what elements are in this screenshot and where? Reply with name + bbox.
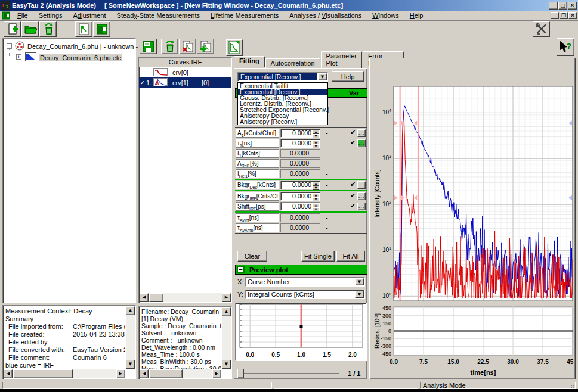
preview-x-select[interactable]: Curve Number ▼ [245,277,365,287]
param-fit-checkbox[interactable]: ✔ [350,202,356,210]
spinner-up-icon[interactable]: ▲ [313,140,319,144]
fit-all-button[interactable]: Fit All [336,251,365,262]
menu-item-adjustment[interactable]: Adjustment [68,11,112,20]
param-more-button[interactable]: ... [357,181,366,189]
curve-row-0[interactable]: crv[0] [139,67,231,77]
param-value-input[interactable]: 0.0000▲▼ [280,192,320,201]
fit-single-button[interactable]: Fit Single [301,251,335,262]
spinner-down-icon[interactable]: ▼ [313,207,319,211]
context-vscrollbar[interactable]: ▲ ▼ [126,306,135,369]
param-fit-checkbox[interactable]: ✔ [350,192,356,200]
tools-button[interactable] [533,21,550,37]
tree-child-expander[interactable]: + [16,54,21,60]
scroll-thumb[interactable] [13,369,73,378]
app-icon[interactable]: Eτ [1,1,10,10]
tree-root-expander[interactable]: - [7,43,12,49]
scroll-up-icon[interactable]: ▲ [126,306,135,315]
param-more-button[interactable]: ... [357,192,366,200]
scroll-right-icon[interactable]: ▶ [116,369,125,378]
spinner-up-icon[interactable]: ▲ [313,182,319,186]
new-document-button[interactable] [4,21,21,37]
menu-item-file[interactable]: File [12,11,33,20]
menu-item-lifetime-measurements[interactable]: Lifetime Measurements [205,11,284,20]
tree-root-label[interactable]: Decay_Coumarin_6.phu | - unknown - [27,43,138,50]
delete-button[interactable] [39,21,57,37]
dropdown-option[interactable]: Anisotropy [Reconv.] [238,119,327,125]
child-close-button[interactable]: ✕ [568,12,577,19]
param-more-button[interactable]: ... [357,129,366,137]
spinner-up-icon[interactable]: ▲ [313,193,319,197]
scroll-up-icon[interactable]: ▲ [222,307,231,316]
spinner-down-icon[interactable]: ▼ [313,134,319,138]
curve-row-1[interactable]: ✔1.crv[1][0] [139,77,231,88]
param-more-button[interactable]: ... [357,139,366,147]
tab-parameter-plot[interactable]: Parameter Plot [321,51,362,69]
curve-pager-track[interactable] [237,373,339,374]
scroll-left-icon[interactable]: ◀ [4,369,13,378]
fit-model-select[interactable]: Exponential [Reconv.] ▼ [237,72,328,82]
menu-item-steady-state-measurements[interactable]: Steady-State Measurements [112,11,205,20]
curves-hscrollbar[interactable]: ◀ ▶ [140,293,231,302]
param-fit-checkbox[interactable]: ✔ [350,129,356,136]
preview-data-point[interactable] [300,325,303,328]
scroll-left-icon[interactable]: ◀ [140,293,149,302]
maximize-button[interactable]: □ [558,2,567,10]
menu-item-settings[interactable]: Settings [33,11,68,20]
spinner-up-icon[interactable]: ▲ [313,203,319,207]
tab-autocorrelation[interactable]: Autocorrelation [265,58,320,69]
help-button[interactable]: Help [332,71,364,82]
param-spinner[interactable]: ▲▼ [313,193,319,200]
easytau-window-button[interactable] [93,21,110,37]
collapse-icon[interactable]: – [237,266,245,273]
remove-assignment-button[interactable] [179,39,196,54]
save-curve-button[interactable] [140,39,157,54]
scroll-down-icon[interactable]: ▼ [126,360,135,369]
param-spinner[interactable]: ▲▼ [313,182,319,188]
param-value-input[interactable]: 0.0000▲▼ [280,129,320,138]
minimize-button[interactable]: _ [549,2,558,10]
info-hscrollbar[interactable]: ◀ ▶ [140,369,221,378]
spinner-up-icon[interactable]: ▲ [313,130,319,134]
param-fit-checkbox[interactable]: ✔ [350,139,356,147]
param-more-button[interactable]: ... [357,203,366,210]
open-workspace-button[interactable] [21,21,39,37]
delete-curve-button[interactable] [161,39,178,54]
new-analysis-window-button[interactable] [75,21,92,37]
combo-dropdown-icon[interactable]: ▼ [355,291,364,298]
menu-item-windows[interactable]: Windows [367,11,404,20]
combo-dropdown-icon[interactable]: ▼ [355,278,364,285]
child-minimize-button[interactable]: _ [551,12,559,19]
spinner-down-icon[interactable]: ▼ [313,144,319,148]
param-value-input[interactable]: 0.0000▲▼ [280,181,320,189]
tab-fitting[interactable]: Fitting [234,56,265,67]
context-help-button[interactable]: ? [557,38,574,56]
param-value-input[interactable]: 0.0000▲▼ [280,202,320,211]
scroll-right-icon[interactable]: ▶ [212,369,221,378]
tree-child-label[interactable]: Decay_Coumarin_6.phu.etc [39,54,122,61]
clear-button[interactable]: Clear [237,251,267,262]
param-fit-checkbox[interactable]: ✔ [350,181,356,188]
scroll-left-icon[interactable]: ◀ [140,369,149,378]
spinner-down-icon[interactable]: ▼ [313,186,319,190]
scroll-thumb[interactable] [149,293,163,302]
param-value-input[interactable]: 0.0000▲▼ [280,139,320,148]
curve-pager-thumb[interactable] [237,369,244,378]
scroll-down-icon[interactable]: ▼ [222,360,231,369]
info-vscrollbar[interactable]: ▲ ▼ [222,307,231,369]
param-spinner[interactable]: ▲▼ [313,130,319,136]
close-button[interactable]: ✕ [568,2,577,10]
add-assignment-button[interactable] [197,39,214,54]
menu-item-analyses-visualisations[interactable]: Analyses / Visualisations [284,11,367,20]
context-hscrollbar[interactable]: ◀ ▶ [4,369,125,378]
param-spinner[interactable]: ▲▼ [313,140,319,147]
resize-grip-icon[interactable] [568,382,574,388]
child-restore-button[interactable]: ❐ [560,12,568,19]
scroll-thumb[interactable] [149,369,183,378]
spinner-down-icon[interactable]: ▼ [313,197,319,201]
combo-dropdown-icon[interactable]: ▼ [318,73,327,80]
curve-checked-icon[interactable]: ✔ [140,80,146,86]
menu-item-help[interactable]: Help [404,11,429,20]
child-window-icon[interactable] [2,11,10,20]
param-spinner[interactable]: ▲▼ [313,203,319,210]
preview-y-select[interactable]: Integral Counts [kCnts] ▼ [245,290,365,299]
